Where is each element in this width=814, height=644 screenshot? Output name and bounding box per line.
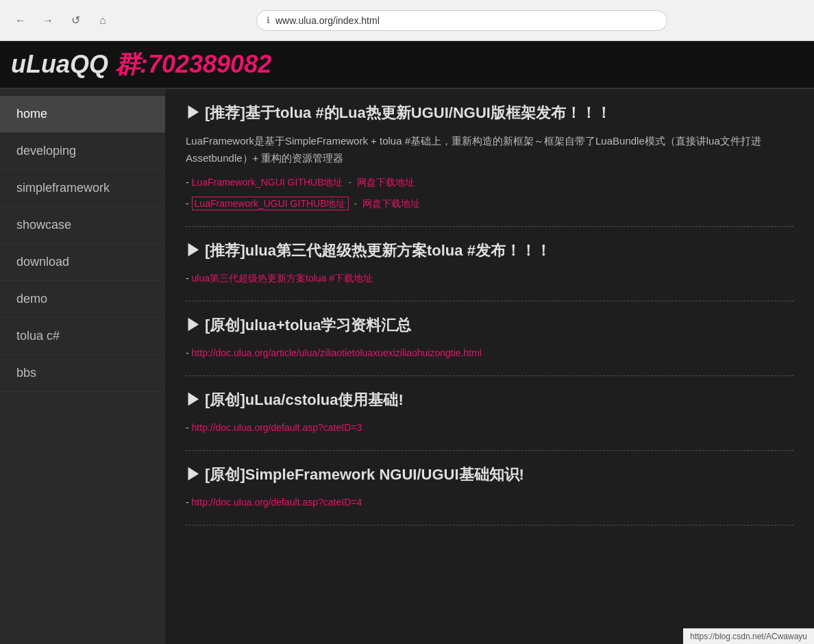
header-banner: uLuaQQ 群:702389082 [0,41,814,89]
url-text: www.ulua.org/index.html [275,15,380,26]
sidebar-item-download[interactable]: download [0,244,165,281]
article-2-link-1: - ulua第三代超级热更新方案tolua #下载地址 [186,270,793,287]
sidebar-item-showcase[interactable]: showcase [0,207,165,244]
article-2: ▶ [推荐]ulua第三代超级热更新方案tolua #发布！！！ - ulua第… [186,240,793,287]
sidebar-item-demo[interactable]: demo [0,281,165,318]
info-icon: ℹ [267,15,270,25]
divider-4 [186,450,793,451]
back-button[interactable]: ← [11,11,30,30]
ugui-github-link[interactable]: LuaFramework_UGUI GITHUB地址 [192,197,349,210]
article-5-title: ▶ [原创]SimpleFramework NGUI/UGUI基础知识! [186,465,793,486]
article-5: ▶ [原创]SimpleFramework NGUI/UGUI基础知识! - h… [186,465,793,511]
browser-chrome: ← → ↺ ⌂ ℹ www.ulua.org/index.html [0,0,814,41]
sidebar-item-tolua[interactable]: tolua c# [0,318,165,355]
sidebar: home developing simpleframework showcase… [0,89,165,644]
ugui-download-link[interactable]: 网盘下载地址 [362,198,420,209]
site-title-qqgroup: 群:702389082 [115,50,271,78]
article-3: ▶ [原创]ulua+tolua学习资料汇总 - http://doc.ulua… [186,315,793,362]
cstolua-link[interactable]: http://doc.ulua.org/default.asp?cateID=3 [192,422,362,433]
refresh-button[interactable]: ↺ [66,11,85,30]
article-5-link-1: - http://doc.ulua.org/default.asp?cateID… [186,494,793,511]
forward-button[interactable]: → [38,11,58,30]
ngui-github-link[interactable]: LuaFramework_NGUI GITHUB地址 [192,177,343,188]
separator-1: - [348,177,352,188]
site-title: uLuaQQ 群:702389082 [11,48,271,82]
main-layout: home developing simpleframework showcase… [0,89,814,644]
article-4: ▶ [原创]uLua/cstolua使用基础! - http://doc.ulu… [186,390,793,436]
status-url: https://blog.csdn.net/ACwawayu [690,632,807,641]
article-4-link-1: - http://doc.ulua.org/default.asp?cateID… [186,419,793,436]
ziliao-link[interactable]: http://doc.ulua.org/article/ulua/ziliaot… [192,347,482,358]
divider-1 [186,226,793,227]
separator-2: - [354,198,357,209]
article-1-body: LuaFramework是基于SimpleFramework + tolua #… [186,132,793,167]
home-button[interactable]: ⌂ [93,11,112,30]
divider-3 [186,375,793,376]
article-3-title: ▶ [原创]ulua+tolua学习资料汇总 [186,315,793,336]
article-1-link-1: - LuaFramework_NGUI GITHUB地址 - 网盘下载地址 [186,174,793,191]
ngui-download-link[interactable]: 网盘下载地址 [357,177,415,188]
site-title-ulua: uLuaQQ [11,50,115,78]
article-4-title: ▶ [原创]uLua/cstolua使用基础! [186,390,793,411]
sidebar-item-developing[interactable]: developing [0,133,165,170]
divider-5 [186,525,793,525]
status-bar: https://blog.csdn.net/ACwawayu [683,628,814,644]
article-2-title: ▶ [推荐]ulua第三代超级热更新方案tolua #发布！！！ [186,240,793,262]
divider-2 [186,301,793,301]
article-3-link-1: - http://doc.ulua.org/article/ulua/zilia… [186,345,793,362]
article-1-link-2: - LuaFramework_UGUI GITHUB地址 - 网盘下载地址 [186,195,793,212]
address-bar[interactable]: ℹ www.ulua.org/index.html [256,10,667,31]
tolua-download-link[interactable]: ulua第三代超级热更新方案tolua #下载地址 [192,273,373,284]
sidebar-item-home[interactable]: home [0,96,165,133]
sidebar-item-simpleframework[interactable]: simpleframework [0,170,165,207]
article-1: ▶ [推荐]基于tolua #的Lua热更新UGUI/NGUI版框架发布！！！ … [186,103,793,212]
sidebar-item-bbs[interactable]: bbs [0,355,165,392]
sf-link[interactable]: http://doc.ulua.org/default.asp?cateID=4 [192,497,362,508]
article-1-title: ▶ [推荐]基于tolua #的Lua热更新UGUI/NGUI版框架发布！！！ [186,103,793,124]
content-area: ▶ [推荐]基于tolua #的Lua热更新UGUI/NGUI版框架发布！！！ … [165,89,814,644]
